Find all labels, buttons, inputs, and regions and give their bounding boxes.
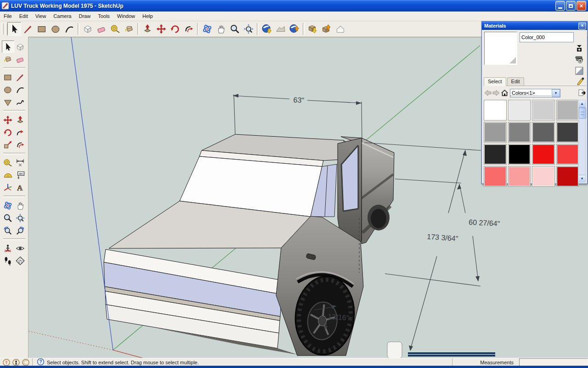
- color-swatch[interactable]: [556, 122, 579, 143]
- select-tool-button[interactable]: [7, 22, 21, 36]
- color-swatch[interactable]: [484, 100, 507, 121]
- axes-tool-button[interactable]: [2, 181, 14, 194]
- get-current-view-button[interactable]: [260, 22, 274, 36]
- offset-tool-button[interactable]: [182, 22, 196, 36]
- toggle-terrain-button[interactable]: [274, 22, 288, 36]
- offset-tool-button[interactable]: [14, 138, 27, 151]
- zoom-tool-button[interactable]: [228, 22, 242, 36]
- color-swatch[interactable]: [508, 144, 531, 165]
- scrollbar-thumb[interactable]: [579, 108, 586, 119]
- materials-panel-titlebar[interactable]: Materials ×: [482, 22, 587, 30]
- rectangle-tool-button[interactable]: [35, 22, 49, 36]
- color-swatch[interactable]: [508, 166, 531, 187]
- get-models-button[interactable]: [306, 22, 320, 36]
- claim-status-icon[interactable]: [22, 359, 29, 366]
- section-plane-button[interactable]: [14, 254, 27, 267]
- forward-arrow-button[interactable]: [492, 89, 500, 97]
- eraser-tool-button[interactable]: [95, 22, 108, 36]
- orbit-tool-button[interactable]: [2, 199, 14, 212]
- details-arrow-button[interactable]: [578, 89, 586, 97]
- material-preview[interactable]: [484, 32, 517, 65]
- color-swatch[interactable]: [484, 122, 507, 143]
- create-material-button[interactable]: [573, 54, 585, 65]
- scroll-up-icon[interactable]: ▲: [579, 100, 585, 108]
- measurements-value-box[interactable]: [519, 358, 588, 366]
- minimize-button[interactable]: [555, 1, 565, 11]
- 3d-text-button[interactable]: [14, 181, 27, 194]
- push-pull-button[interactable]: [141, 22, 154, 36]
- line-tool-button[interactable]: [14, 71, 27, 83]
- color-swatch[interactable]: [508, 122, 531, 143]
- color-swatch[interactable]: [556, 144, 579, 165]
- freehand-tool-button[interactable]: [14, 96, 27, 108]
- geolocation-status-icon[interactable]: [3, 359, 10, 366]
- menu-file[interactable]: File: [0, 12, 16, 20]
- tape-measure-button[interactable]: [108, 22, 122, 36]
- orbit-tool-button[interactable]: [200, 22, 214, 36]
- back-arrow-button[interactable]: [484, 89, 492, 97]
- truck-model[interactable]: [104, 134, 402, 358]
- help-button[interactable]: ?: [37, 358, 44, 366]
- menu-tools[interactable]: Tools: [94, 12, 113, 20]
- color-swatch[interactable]: [556, 166, 579, 187]
- color-swatch[interactable]: [532, 100, 555, 121]
- protractor-tool-button[interactable]: [2, 169, 14, 181]
- maximize-button[interactable]: [566, 1, 576, 11]
- attribution-status-icon[interactable]: [12, 359, 20, 366]
- menu-view[interactable]: View: [32, 12, 50, 20]
- tape-measure-button[interactable]: [2, 156, 14, 169]
- rotate-tool-button[interactable]: [168, 22, 182, 36]
- home-button[interactable]: [500, 89, 509, 97]
- select-tool-button[interactable]: [2, 40, 14, 53]
- selected-edge[interactable]: [408, 352, 495, 356]
- scroll-down-icon[interactable]: ▼: [579, 175, 585, 182]
- color-swatch[interactable]: [532, 122, 555, 143]
- paint-bucket-button[interactable]: [2, 53, 14, 65]
- rotate-tool-button[interactable]: [2, 126, 14, 138]
- materials-close-button[interactable]: ×: [578, 23, 586, 29]
- dimension-tool-button[interactable]: [14, 156, 27, 169]
- circle-tool-button[interactable]: [49, 22, 62, 36]
- share-model-button[interactable]: [320, 22, 334, 36]
- follow-me-button[interactable]: [14, 126, 27, 138]
- arc-tool-button[interactable]: [14, 83, 27, 96]
- swatch-scrollbar[interactable]: ▲ ▼: [578, 100, 586, 183]
- display-secondary-pane-button[interactable]: [573, 42, 585, 53]
- zoom-window-button[interactable]: [14, 212, 27, 224]
- toolbar-grip[interactable]: [1, 23, 4, 34]
- eraser-tool-button[interactable]: [14, 53, 27, 65]
- push-pull-button[interactable]: [14, 114, 27, 126]
- close-button[interactable]: ×: [577, 1, 586, 11]
- place-model-button[interactable]: [288, 22, 301, 36]
- make-component-button[interactable]: [14, 40, 27, 53]
- menu-camera[interactable]: Camera: [50, 12, 75, 20]
- warehouse-home-button[interactable]: [334, 22, 347, 36]
- sample-paint-button[interactable]: [576, 75, 585, 87]
- tab-edit[interactable]: Edit: [507, 77, 524, 86]
- color-swatch[interactable]: [484, 166, 507, 187]
- pan-tool-button[interactable]: [214, 22, 228, 36]
- color-swatch[interactable]: [508, 100, 531, 121]
- color-swatch[interactable]: [532, 144, 555, 165]
- material-name-field[interactable]: [520, 32, 574, 42]
- move-tool-button[interactable]: [154, 22, 168, 36]
- title-bar[interactable]: LUV Truck Working Model 1975 - SketchUp …: [0, 0, 588, 12]
- zoom-extents-button[interactable]: [242, 22, 255, 36]
- pan-tool-button[interactable]: [14, 199, 27, 212]
- color-swatch[interactable]: [556, 100, 579, 121]
- zoom-next-button[interactable]: [14, 224, 27, 236]
- text-tool-button[interactable]: [14, 169, 27, 181]
- line-tool-button[interactable]: [21, 22, 35, 36]
- make-component-button[interactable]: [81, 22, 95, 36]
- look-around-button[interactable]: [14, 242, 27, 254]
- tab-select[interactable]: Select: [484, 77, 506, 86]
- scale-tool-button[interactable]: [2, 138, 14, 151]
- menu-draw[interactable]: Draw: [75, 12, 94, 20]
- color-swatch[interactable]: [532, 166, 555, 187]
- polygon-tool-button[interactable]: [2, 96, 14, 108]
- circle-tool-button[interactable]: [2, 83, 14, 96]
- arc-tool-button[interactable]: [62, 22, 76, 36]
- move-tool-button[interactable]: [2, 114, 14, 126]
- position-camera-button[interactable]: [2, 242, 14, 254]
- rectangle-tool-button[interactable]: [2, 71, 14, 83]
